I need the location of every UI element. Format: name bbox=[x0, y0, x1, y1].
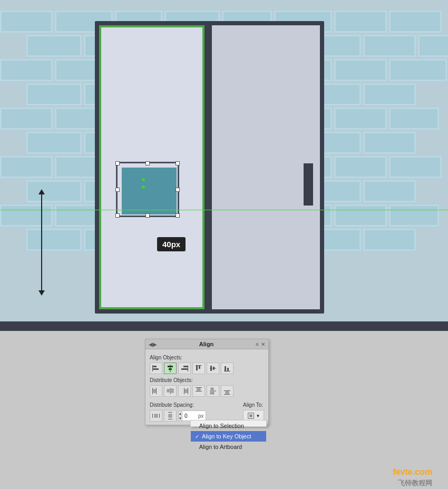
svg-rect-6 bbox=[183, 366, 188, 367]
svg-rect-23 bbox=[171, 389, 173, 393]
spacing-v-btn[interactable] bbox=[164, 410, 177, 422]
handle-mr[interactable] bbox=[176, 188, 180, 192]
svg-rect-36 bbox=[152, 414, 153, 418]
dist-top-btn[interactable] bbox=[192, 385, 205, 397]
panel-menu-icon[interactable]: ≡ bbox=[256, 341, 259, 347]
dropdown-item-label-selection: Align to Selection bbox=[199, 423, 244, 429]
handle-bm[interactable] bbox=[145, 213, 150, 218]
dist-right-btn[interactable] bbox=[178, 385, 191, 397]
collapse-icon: ◀▶ bbox=[149, 341, 157, 347]
panel-close-icon[interactable]: ✕ bbox=[261, 341, 265, 347]
dist-left-btn[interactable] bbox=[150, 385, 162, 397]
svg-rect-15 bbox=[225, 366, 226, 371]
svg-rect-35 bbox=[226, 392, 229, 394]
svg-rect-31 bbox=[211, 388, 213, 390]
svg-rect-11 bbox=[196, 365, 202, 366]
svg-rect-0 bbox=[152, 366, 157, 367]
svg-rect-10 bbox=[199, 366, 200, 369]
svg-rect-8 bbox=[188, 365, 188, 371]
svg-rect-39 bbox=[168, 412, 172, 413]
svg-rect-33 bbox=[224, 394, 230, 395]
svg-rect-25 bbox=[184, 388, 184, 394]
svg-rect-16 bbox=[227, 368, 229, 371]
align-center-v-btn[interactable] bbox=[207, 363, 219, 374]
align-center-h-btn[interactable] bbox=[164, 363, 177, 374]
align-to-label: Align To: bbox=[243, 402, 264, 408]
dist-center-v-btn[interactable] bbox=[207, 385, 219, 397]
green-dot-1 bbox=[142, 178, 145, 181]
handle-tr[interactable] bbox=[176, 161, 180, 165]
dist-bottom-btn[interactable] bbox=[221, 385, 233, 397]
px-input[interactable]: ▲ ▼ 0 px bbox=[178, 410, 206, 421]
svg-rect-24 bbox=[188, 388, 188, 394]
panel-titlebar: ◀▶ Align ≡ ✕ bbox=[145, 339, 268, 349]
handle-tl[interactable] bbox=[115, 161, 120, 165]
handle-tm[interactable] bbox=[145, 161, 150, 165]
px-spin-down[interactable]: ▼ bbox=[179, 416, 182, 420]
distribute-objects-row bbox=[150, 385, 264, 397]
watermark-sub: 飞特教程网 bbox=[393, 478, 432, 488]
green-dot-2 bbox=[142, 185, 145, 189]
dropdown-item-key-object[interactable]: ✓ Align to Key Object bbox=[191, 431, 266, 442]
door-left-panel bbox=[99, 25, 204, 309]
door-handle bbox=[304, 163, 313, 206]
svg-rect-41 bbox=[169, 414, 172, 417]
dropdown-item-label-key-object: Align to Key Object bbox=[202, 433, 251, 439]
checkmark-artboard bbox=[195, 444, 197, 450]
svg-rect-20 bbox=[153, 389, 155, 393]
panel-collapse-btn[interactable]: ◀▶ bbox=[149, 341, 157, 347]
spacing-h-btn[interactable] bbox=[150, 410, 162, 422]
svg-rect-22 bbox=[167, 389, 169, 392]
svg-rect-38 bbox=[154, 414, 158, 417]
svg-rect-9 bbox=[196, 366, 198, 370]
svg-rect-2 bbox=[152, 365, 153, 371]
measurement-label: 40px bbox=[157, 237, 186, 251]
align-to-icon bbox=[247, 412, 255, 419]
distribute-spacing-label: Distribute Spacing: bbox=[150, 402, 206, 408]
panel-below: ◀▶ Align ≡ ✕ Align Objects: bbox=[0, 331, 448, 489]
align-top-btn[interactable] bbox=[192, 363, 205, 374]
align-left-btn[interactable] bbox=[150, 363, 162, 374]
px-value: 0 bbox=[182, 413, 198, 419]
align-right-btn[interactable] bbox=[178, 363, 191, 374]
px-spin-up[interactable]: ▲ bbox=[179, 411, 182, 416]
dropdown-item-label-artboard: Align to Artboard bbox=[199, 444, 242, 450]
svg-rect-18 bbox=[152, 388, 153, 394]
svg-rect-32 bbox=[210, 392, 214, 394]
svg-rect-5 bbox=[170, 365, 171, 372]
svg-rect-7 bbox=[181, 368, 188, 370]
window-element[interactable] bbox=[116, 162, 179, 217]
handle-ml[interactable] bbox=[115, 188, 120, 192]
panel-title: Align bbox=[199, 341, 214, 347]
dropdown-item-artboard[interactable]: Align to Artboard bbox=[191, 442, 266, 452]
separator-bar bbox=[0, 321, 448, 331]
svg-rect-27 bbox=[196, 387, 202, 388]
panel-body: Align Objects: bbox=[145, 349, 268, 425]
handle-bl[interactable] bbox=[115, 213, 120, 218]
distribute-objects-label: Distribute Objects: bbox=[150, 377, 264, 383]
watermark-site: fevte.com bbox=[393, 466, 432, 478]
panel-menu-controls: ≡ ✕ bbox=[256, 341, 265, 347]
svg-rect-30 bbox=[210, 391, 216, 392]
align-bottom-btn[interactable] bbox=[221, 363, 233, 374]
svg-rect-19 bbox=[156, 388, 157, 394]
svg-rect-28 bbox=[196, 391, 202, 392]
svg-rect-34 bbox=[224, 390, 230, 391]
svg-rect-43 bbox=[249, 414, 252, 417]
measurement-arrow bbox=[41, 192, 42, 292]
window-glass bbox=[122, 168, 177, 214]
svg-rect-40 bbox=[168, 419, 172, 419]
px-spinners[interactable]: ▲ ▼ bbox=[179, 411, 182, 420]
handle-br[interactable] bbox=[176, 213, 180, 218]
dist-center-h-btn[interactable] bbox=[164, 385, 177, 397]
door-illustration bbox=[95, 21, 324, 316]
checkmark-selection bbox=[195, 423, 197, 429]
align-panel: ◀▶ Align ≡ ✕ Align Objects: bbox=[145, 339, 269, 425]
dropdown-item-selection[interactable]: Align to Selection bbox=[191, 420, 266, 431]
arrow-down-icon bbox=[38, 290, 45, 296]
align-objects-row bbox=[150, 363, 264, 374]
checkmark-key-object: ✓ bbox=[195, 434, 199, 439]
horizontal-guide-line bbox=[0, 210, 448, 210]
svg-rect-26 bbox=[185, 389, 187, 393]
svg-rect-37 bbox=[159, 414, 160, 418]
